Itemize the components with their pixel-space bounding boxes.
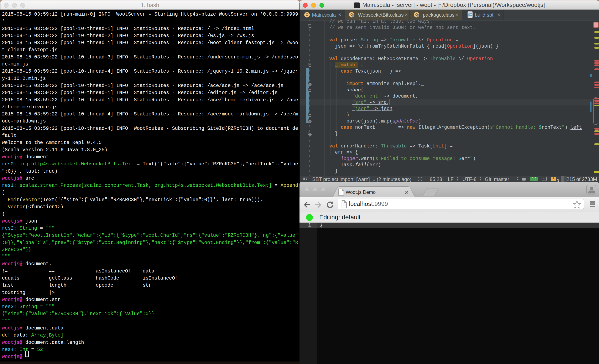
- svg-text:Woot.js Demo: Woot.js Demo: [346, 189, 376, 195]
